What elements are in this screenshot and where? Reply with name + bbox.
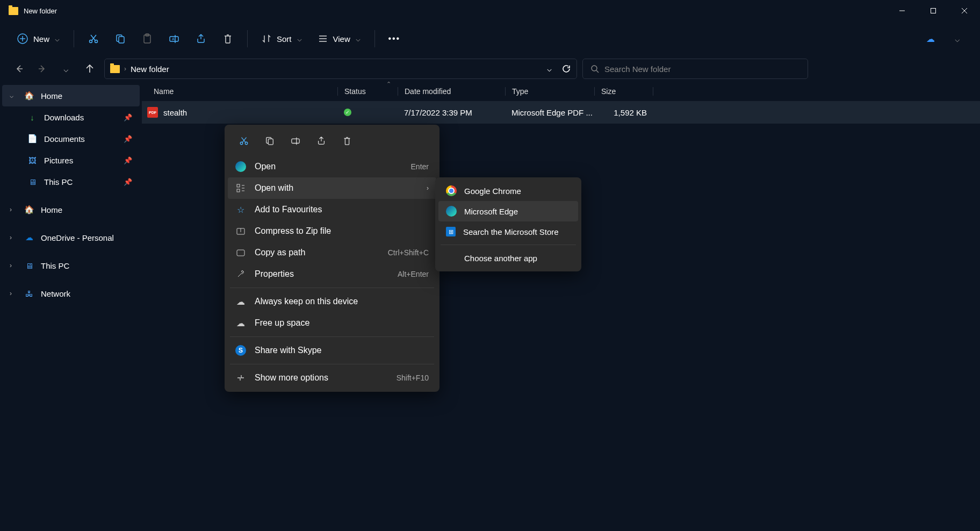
menu-favourites[interactable]: ☆Add to Favourites (228, 199, 436, 220)
chevron-right-icon: › (10, 262, 17, 269)
menu-label: Share with Skype (255, 346, 322, 355)
menu-properties[interactable]: PropertiesAlt+Enter (228, 263, 436, 285)
menu-open[interactable]: OpenEnter (228, 156, 436, 177)
recent-button[interactable]: ⌵ (57, 60, 75, 78)
chevron-down-icon: ⌵ (356, 34, 361, 44)
file-status-cell (337, 109, 398, 116)
home-icon: 🏠 (24, 91, 34, 101)
titlebar: New folder (0, 0, 980, 21)
separator (230, 364, 434, 364)
chevron-right-icon: › (10, 234, 17, 241)
document-icon: 📄 (27, 134, 38, 143)
clipboard-icon (142, 33, 153, 44)
sidebar-item-this-pc-pinned[interactable]: 🖥This PC📌 (2, 171, 140, 192)
sidebar-label: This PC (41, 261, 69, 270)
sidebar-item-home[interactable]: ›🏠Home (2, 199, 140, 220)
file-name: stealth (163, 108, 187, 117)
edge-icon (446, 206, 457, 217)
arrow-right-icon (38, 64, 47, 74)
sidebar-label: Network (41, 289, 70, 298)
file-type-cell: Microsoft Edge PDF ... (505, 108, 594, 117)
view-button[interactable]: View ⌵ (312, 30, 367, 48)
cloud-sync-icon: ☁ (235, 297, 246, 307)
share-icon (196, 33, 206, 44)
menu-copy-path[interactable]: Copy as pathCtrl+Shift+C (228, 242, 436, 263)
share-icon (316, 136, 326, 146)
menu-more-options[interactable]: Show more optionsShift+F10 (228, 367, 436, 389)
svg-point-21 (592, 66, 597, 71)
search-box[interactable]: Search New folder (582, 59, 808, 79)
submenu-chrome[interactable]: Google Chrome (438, 181, 578, 201)
share-button[interactable] (309, 131, 333, 150)
paste-button[interactable] (135, 28, 159, 49)
chevron-down-icon: ⌵ (297, 34, 302, 44)
submenu-store[interactable]: ⊞Search the Microsoft Store (438, 221, 578, 242)
separator (441, 245, 576, 245)
share-button[interactable] (189, 28, 213, 49)
sidebar-item-this-pc[interactable]: ›🖥This PC (2, 255, 140, 276)
refresh-button[interactable] (561, 64, 571, 74)
svg-point-24 (245, 142, 248, 145)
close-button[interactable] (949, 0, 980, 21)
more-button[interactable]: ••• (383, 28, 406, 49)
maximize-button[interactable] (918, 0, 949, 21)
home-icon: 🏠 (24, 205, 34, 214)
sidebar-label: Documents (44, 134, 85, 143)
menu-free-space[interactable]: ☁Free up space (228, 312, 436, 334)
copy-button[interactable] (109, 28, 132, 49)
sidebar-item-home-quick[interactable]: ⌵🏠Home (2, 85, 140, 106)
menu-always-keep[interactable]: ☁Always keep on this device (228, 291, 436, 312)
toolbar: New ⌵ A Sort ⌵ View ⌵ ••• ☁ ⌵ (0, 21, 980, 56)
sidebar-item-pictures[interactable]: 🖼Pictures📌 (2, 149, 140, 171)
window-title: New folder (24, 7, 57, 15)
column-header-name[interactable]: Name (142, 87, 337, 96)
cut-button[interactable] (232, 131, 256, 150)
separator (230, 288, 434, 288)
column-header-type[interactable]: Type (505, 87, 594, 96)
separator (74, 30, 74, 47)
submenu-choose-another[interactable]: Choose another app (438, 248, 578, 268)
column-header-status[interactable]: Status (337, 87, 398, 96)
back-button[interactable] (10, 60, 28, 78)
sidebar-label: Home (41, 91, 62, 101)
rename-icon: A (169, 33, 179, 44)
forward-button[interactable] (33, 60, 52, 78)
ellipsis-icon: ••• (388, 34, 400, 44)
sort-button[interactable]: Sort ⌵ (255, 30, 308, 48)
separator (230, 336, 434, 337)
rename-button[interactable]: A (162, 28, 186, 49)
details-pane-toggle[interactable]: ⌵ (946, 28, 969, 49)
wrench-icon (235, 269, 246, 279)
up-button[interactable] (81, 60, 99, 78)
delete-button[interactable] (216, 28, 240, 49)
menu-share-skype[interactable]: SShare with Skype (228, 340, 436, 361)
shortcut: Alt+Enter (398, 270, 429, 278)
column-header-date[interactable]: Date modified (398, 87, 505, 96)
svg-rect-1 (931, 9, 936, 13)
submenu-edge[interactable]: Microsoft Edge (438, 201, 578, 221)
new-button[interactable]: New ⌵ (11, 29, 66, 48)
svg-point-23 (240, 142, 243, 145)
sidebar-item-downloads[interactable]: ↓Downloads📌 (2, 106, 140, 128)
sidebar-item-network[interactable]: ›🖧Network (2, 283, 140, 304)
menu-label: Properties (255, 269, 294, 279)
menu-zip[interactable]: Compress to Zip file (228, 220, 436, 242)
rename-button[interactable] (284, 131, 307, 150)
svg-rect-31 (237, 184, 240, 187)
column-header-size[interactable]: Size (594, 87, 653, 96)
copy-button[interactable] (258, 131, 282, 150)
sidebar-label: This PC (44, 177, 73, 186)
chevron-down-icon[interactable]: ⌵ (547, 64, 552, 74)
sidebar-item-onedrive[interactable]: ›☁OneDrive - Personal (2, 227, 140, 248)
cut-button[interactable] (82, 28, 105, 49)
menu-open-with[interactable]: Open with› (228, 177, 436, 199)
sidebar-item-documents[interactable]: 📄Documents📌 (2, 128, 140, 149)
trash-icon (222, 33, 233, 44)
address-bar[interactable]: › New folder ⌵ (104, 59, 577, 79)
file-row[interactable]: PDF stealth 7/17/2022 3:39 PM Microsoft … (142, 101, 980, 124)
minimize-button[interactable] (887, 0, 918, 21)
onedrive-status-button[interactable]: ☁ (919, 28, 942, 49)
pdf-icon: PDF (147, 107, 158, 118)
copy-icon (265, 136, 275, 146)
delete-button[interactable] (335, 131, 359, 150)
